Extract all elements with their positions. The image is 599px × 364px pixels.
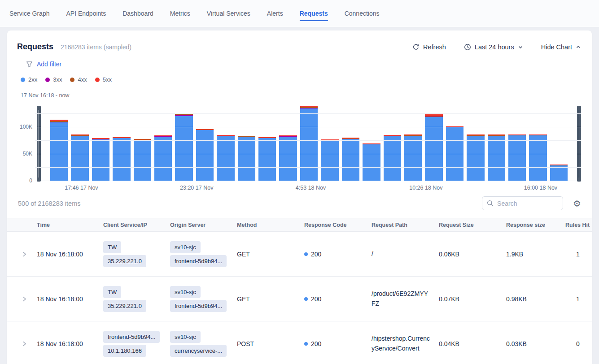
chart-bar[interactable] [321,106,338,181]
table-row[interactable]: 18 Nov 16:18:00TW35.229.221.0sv10-sjcfro… [7,232,592,277]
chart-bar[interactable] [488,106,505,181]
brush-handle-right[interactable] [577,106,581,182]
table-row[interactable]: 18 Nov 16:18:00TW35.229.221.0sv10-sjcfro… [7,277,592,321]
bar-segment-2xx [321,141,338,181]
client-chip: 35.229.221.0 [103,255,146,267]
origin-chip: frontend-5d9b94... [170,255,227,267]
legend-item-2xx[interactable]: 2xx [21,76,37,83]
tab-service-graph[interactable]: Service Graph [9,0,49,27]
bar-segment-2xx [550,165,568,181]
chart-bar[interactable] [446,106,463,181]
tab-dashboard[interactable]: Dashboard [122,0,153,27]
legend-dot-2xx [21,78,25,82]
cell-rules: 1 [565,251,592,258]
column-header-origin-server: Origin Server [170,222,237,228]
legend-item-3xx[interactable]: 3xx [45,76,62,83]
cell-rules: 1 [565,295,592,303]
tab-requests[interactable]: Requests [300,0,328,27]
chart-bar[interactable] [196,106,214,181]
bar-segment-2xx [488,136,505,181]
chart-bar[interactable] [550,106,568,181]
cell-response-code: 200 [304,340,372,347]
client-chip: TW [103,286,121,298]
time-range-dropdown[interactable]: Last 24 hours [464,43,523,51]
chart-bar[interactable] [384,106,401,181]
chart-bar[interactable] [279,106,297,181]
cell-response-size: 0.98KB [506,295,565,303]
legend-item-4xx[interactable]: 4xx [70,76,87,83]
table-toolbar: 500 of 2168283 items ⚙ [18,196,581,210]
bar-segment-2xx [279,137,297,181]
cell-method: GET [237,251,304,258]
tab-api-endpoints[interactable]: API Endpoints [66,0,106,27]
table-settings-gear-icon[interactable]: ⚙ [573,199,581,208]
tab-connections[interactable]: Connections [345,0,380,27]
items-count-label: 500 of 2168283 items [18,200,80,207]
chart-bar[interactable] [154,106,172,181]
chart-bar[interactable] [71,106,88,181]
clock-icon [464,43,471,51]
origin-chip: sv10-sjc [170,241,201,253]
chart-bar[interactable] [134,106,151,181]
chevron-up-icon [576,44,581,50]
chart-bar[interactable] [300,106,318,181]
cell-response-code: 200 [304,295,372,303]
table-row[interactable]: 18 Nov 16:18:00frontend-5d9b94...10.1.18… [7,321,592,364]
row-expander[interactable] [7,251,37,257]
chart-bar[interactable] [404,106,422,181]
column-header-time: Time [37,222,103,228]
tab-alerts[interactable]: Alerts [267,0,283,27]
bar-segment-2xx [50,122,68,181]
cell-request-path: /product/6E92ZMYYFZ [372,289,439,308]
chart-bar[interactable] [529,106,547,181]
chart-bar[interactable] [258,106,276,181]
chart-bar[interactable] [217,106,234,181]
cell-response-size: 0.03KB [506,340,565,347]
cell-rules: 0 [565,340,592,347]
legend-item-5xx[interactable]: 5xx [95,76,112,83]
bar-segment-2xx [217,136,234,181]
chart-legend: 2xx3xx4xx5xx [21,76,592,83]
chart-bar[interactable] [467,106,484,181]
bar-segment-2xx [300,108,318,181]
refresh-label: Refresh [423,43,446,51]
chevron-down-icon [518,44,523,50]
add-filter-label: Add filter [37,61,61,68]
chart-bar[interactable] [342,106,359,181]
hide-chart-toggle[interactable]: Hide Chart [541,43,581,51]
search-box[interactable] [482,196,563,210]
chart-bar[interactable] [508,106,526,181]
origin-chip: frontend-5d9b94... [170,300,227,312]
x-axis-label: 16:00 18 Nov [524,185,557,191]
chevron-right-icon [22,296,27,302]
chart-bar[interactable] [50,106,68,181]
column-header-request-size: Request Size [439,222,506,228]
refresh-button[interactable]: Refresh [412,43,446,51]
search-input[interactable] [497,200,558,207]
refresh-icon [412,43,420,51]
time-range-label: Last 24 hours [475,43,514,51]
tab-metrics[interactable]: Metrics [170,0,190,27]
chart-bar[interactable] [363,106,380,181]
cell-response-size: 1.9KB [506,251,565,258]
add-filter-button[interactable]: Add filter [26,61,592,68]
brush-handle-left[interactable] [37,106,41,182]
chart-bar[interactable] [425,106,442,181]
chart-bar[interactable] [238,106,255,181]
legend-dot-5xx [95,78,100,82]
cell-time: 18 Nov 16:18:00 [37,340,103,347]
tab-virtual-services[interactable]: Virtual Services [207,0,250,27]
column-header-request-path: Request Path [372,222,439,228]
cell-request-size: 0.07KB [439,295,506,303]
panel-header: Requests 2168283 items (sampled) Refresh… [7,30,592,52]
chart-bar[interactable] [113,106,130,181]
bar-segment-2xx [258,138,276,181]
row-expander[interactable] [7,341,37,347]
legend-label: 2xx [28,76,37,83]
chart-bar[interactable] [175,106,192,181]
row-expander[interactable] [7,296,37,302]
chart-bar[interactable] [92,106,109,181]
response-code-value: 200 [311,295,321,303]
x-axis-label: 4:53 18 Nov [296,185,326,191]
bar-segment-2xx [92,139,109,181]
